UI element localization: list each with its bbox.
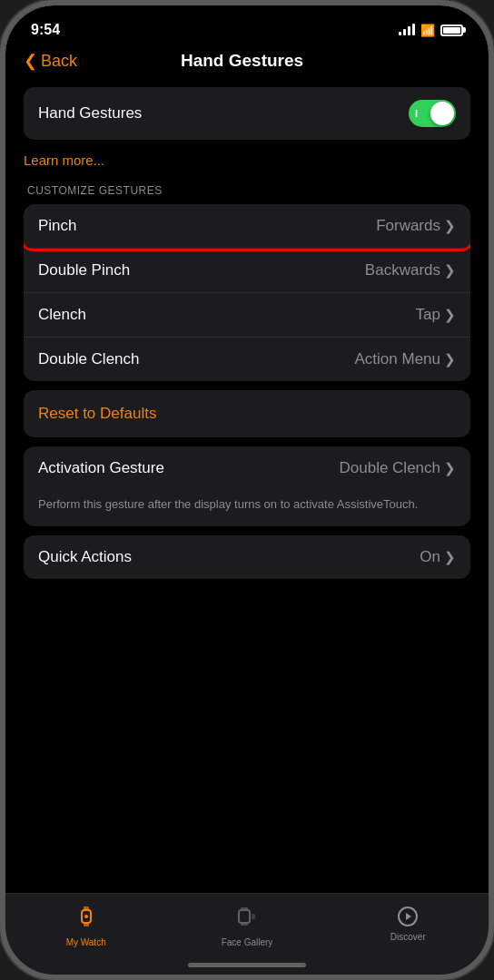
- tab-my-watch[interactable]: My Watch: [5, 905, 166, 947]
- status-icons: 📶: [399, 24, 463, 37]
- section-title-customize: CUSTOMIZE GESTURES: [24, 177, 470, 204]
- activation-gesture-chevron-icon: ❯: [444, 460, 456, 476]
- back-button[interactable]: ❮ Back: [24, 51, 77, 71]
- svg-rect-1: [84, 906, 89, 910]
- quick-actions-value-text: On: [420, 548, 440, 566]
- clench-chevron-icon: ❯: [444, 307, 456, 323]
- tab-face-gallery[interactable]: Face Gallery: [166, 905, 327, 947]
- svg-rect-5: [241, 907, 248, 910]
- toggle-knob: [430, 102, 454, 125]
- pinch-row[interactable]: Pinch Forwards ❯: [24, 204, 470, 249]
- wifi-icon: 📶: [420, 24, 435, 37]
- activation-gesture-value-text: Double Clench: [339, 459, 440, 477]
- reset-defaults-button[interactable]: Reset to Defaults: [24, 390, 470, 437]
- face-gallery-tab-label: Face Gallery: [222, 937, 273, 947]
- double-pinch-chevron-icon: ❯: [444, 262, 456, 279]
- activation-gesture-label: Activation Gesture: [38, 459, 164, 477]
- svg-rect-2: [84, 923, 89, 926]
- double-clench-label: Double Clench: [38, 350, 140, 368]
- content-area: Hand Gestures I Learn more... CUSTOMIZE …: [5, 80, 489, 595]
- battery-fill: [443, 27, 460, 34]
- chevron-left-icon: ❮: [24, 51, 37, 71]
- page-title: Hand Gestures: [77, 51, 407, 71]
- discover-tab-label: Discover: [390, 932, 426, 942]
- hand-gestures-toggle[interactable]: I: [409, 100, 456, 127]
- quick-actions-card: Quick Actions On ❯: [24, 535, 470, 579]
- volume-up-button[interactable]: [0, 182, 4, 232]
- pinch-label: Pinch: [38, 217, 77, 235]
- pinch-value: Forwards ❯: [376, 217, 456, 235]
- clench-row[interactable]: Clench Tap ❯: [24, 293, 470, 338]
- status-time: 9:54: [31, 22, 60, 38]
- phone-frame: 9:54 📶 ❮ Back Hand Gestures: [0, 0, 494, 980]
- battery-icon: [440, 24, 463, 36]
- svg-rect-7: [252, 914, 255, 919]
- back-label: Back: [41, 52, 77, 71]
- double-clench-chevron-icon: ❯: [444, 351, 456, 368]
- pinch-value-text: Forwards: [376, 217, 440, 235]
- power-button[interactable]: [490, 169, 494, 232]
- hand-gestures-toggle-card: Hand Gestures I: [24, 87, 470, 140]
- activation-gesture-card: Activation Gesture Double Clench ❯ Perfo…: [24, 446, 470, 526]
- clench-value: Tap ❯: [416, 306, 456, 324]
- clench-value-text: Tap: [416, 306, 440, 324]
- quick-actions-label: Quick Actions: [38, 548, 132, 566]
- quick-actions-chevron-icon: ❯: [444, 549, 456, 565]
- quick-actions-row[interactable]: Quick Actions On ❯: [24, 535, 470, 579]
- activation-gesture-row[interactable]: Activation Gesture Double Clench ❯: [24, 446, 470, 490]
- activation-gesture-value: Double Clench ❯: [339, 459, 456, 477]
- hand-gestures-label: Hand Gestures: [38, 104, 142, 122]
- reset-defaults-label: Reset to Defaults: [38, 405, 156, 422]
- quick-actions-value: On ❯: [420, 548, 456, 566]
- hand-gestures-toggle-row: Hand Gestures I: [24, 87, 470, 140]
- toggle-on-text: I: [415, 108, 418, 119]
- svg-rect-6: [241, 923, 248, 926]
- clench-label: Clench: [38, 306, 86, 324]
- svg-marker-9: [406, 913, 411, 920]
- phone-screen: 9:54 📶 ❮ Back Hand Gestures: [5, 5, 489, 975]
- learn-more-link[interactable]: Learn more...: [24, 149, 470, 177]
- silent-switch[interactable]: [0, 132, 4, 164]
- double-pinch-label: Double Pinch: [38, 261, 130, 279]
- my-watch-tab-label: My Watch: [66, 937, 106, 947]
- svg-point-3: [84, 915, 88, 918]
- double-clench-value-text: Action Menu: [355, 350, 441, 368]
- discover-icon: [396, 905, 420, 928]
- double-clench-row[interactable]: Double Clench Action Menu ❯: [24, 338, 470, 381]
- face-gallery-icon: [235, 905, 259, 934]
- svg-rect-4: [239, 910, 250, 923]
- tab-discover[interactable]: Discover: [328, 905, 489, 947]
- pinch-chevron-icon: ❯: [444, 218, 456, 234]
- home-indicator: [188, 963, 306, 967]
- dynamic-island: [193, 16, 301, 45]
- activation-gesture-description: Perform this gesture after the display t…: [24, 490, 470, 526]
- double-clench-value: Action Menu ❯: [355, 350, 457, 368]
- double-pinch-value: Backwards ❯: [365, 261, 456, 279]
- nav-bar: ❮ Back Hand Gestures: [5, 45, 489, 80]
- double-pinch-value-text: Backwards: [365, 261, 440, 279]
- double-pinch-row[interactable]: Double Pinch Backwards ❯: [24, 249, 470, 293]
- my-watch-icon: [74, 905, 98, 934]
- gesture-list-card: Pinch Forwards ❯ Double Pinch Backwards …: [24, 204, 470, 381]
- signal-icon: [399, 24, 415, 35]
- volume-down-button[interactable]: [0, 246, 4, 296]
